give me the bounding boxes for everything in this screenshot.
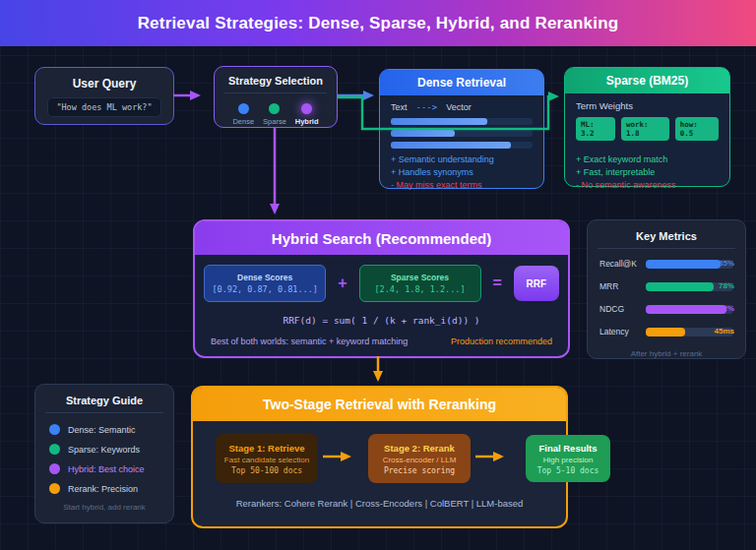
sparse-bm25-box: Sparse (BM25) Term Weights ML: 3.2work: …	[564, 67, 730, 187]
title-banner: Retrieval Strategies: Dense, Sparse, Hyb…	[0, 0, 756, 46]
guide-item-label: Sparse: Keywords	[68, 445, 140, 455]
dashed-arrow-icon: --->	[416, 102, 438, 112]
flow-from-label: Text	[391, 102, 408, 112]
metric-row-ndcg: NDCG92%	[599, 304, 733, 314]
hybrid-search-header: Hybrid Search (Recommended)	[195, 221, 568, 255]
strategy-selection-title: Strategy Selection	[215, 75, 337, 87]
strategy-option-hybrid: Hybrid	[295, 103, 319, 126]
guide-footer: Start hybrid, add rerank	[35, 503, 173, 512]
metric-label: Recall@K	[599, 259, 639, 269]
guide-item-label: Hybrid: Best choice	[68, 464, 145, 474]
sparse-scores-title: Sparse Scores	[391, 273, 449, 282]
term-weight-chip: ML: 3.2	[576, 117, 615, 141]
guide-item-label: Rerank: Precision	[68, 484, 138, 494]
term-weights-label: Term Weights	[576, 100, 719, 111]
guide-item: Rerank: Precision	[49, 483, 159, 494]
two-stage-header: Two-Stage Retrieval with Reranking	[193, 388, 566, 421]
vector-bar	[391, 130, 533, 137]
stage2-title: Stage 2: Rerank	[384, 443, 455, 454]
metric-bar-fill	[646, 282, 714, 291]
metric-label: MRR	[599, 281, 639, 291]
user-query-title: User Query	[35, 77, 173, 91]
legend-dot-icon	[49, 483, 60, 494]
dense-scores-box: Dense Scores [0.92, 0.87, 0.81...]	[204, 265, 326, 302]
metric-bar: 85%	[646, 260, 733, 269]
metric-label: Latency	[599, 327, 639, 336]
metric-value: 78%	[719, 281, 734, 290]
vector-bar-fill	[391, 142, 511, 149]
stage2-rerank-box: Stage 2: Rerank Cross-encoder / LLM Prec…	[368, 434, 471, 483]
term-weight-chip: work: 1.8	[621, 117, 669, 141]
stage2-line2: Precise scoring	[384, 466, 455, 475]
metric-rows: Recall@K85%MRR78%NDCG92%Latency45ms	[588, 255, 745, 336]
guide-item: Dense: Semantic	[49, 424, 159, 435]
hybrid-search-box: Hybrid Search (Recommended) Dense Scores…	[193, 219, 570, 358]
key-metrics-title: Key Metrics	[588, 230, 745, 242]
stage1-retrieve-box: Stage 1: Retrieve Fast candidate selecti…	[216, 434, 318, 483]
metric-value: 85%	[719, 259, 734, 268]
dense-retrieval-header: Dense Retrieval	[380, 70, 543, 95]
vector-bars	[391, 118, 533, 149]
strategy-guide-box: Strategy Guide Dense: SemanticSparse: Ke…	[34, 384, 174, 523]
term-weight-chip: how: 0.5	[675, 117, 719, 141]
rrf-formula: RRF(d) = sum( 1 / (k + rank_i(d)) )	[195, 315, 568, 326]
rrf-badge: RRF	[514, 266, 559, 301]
sparse-dot-icon	[269, 103, 280, 114]
divider	[45, 412, 163, 413]
point-con: - May miss exact terms	[391, 179, 533, 192]
user-query-text: "How does ML work?"	[47, 97, 161, 117]
sparse-pros-cons: + Exact keyword match+ Fast, interpretab…	[576, 153, 719, 192]
strategy-option-sparse: Sparse	[263, 103, 286, 126]
dense-scores-title: Dense Scores	[237, 273, 292, 282]
sparse-scores-values: [2.4, 1.8, 1.2...]	[374, 284, 465, 294]
dense-dot-icon	[238, 103, 249, 114]
metric-bar: 78%	[646, 282, 733, 291]
hybrid-dot-icon	[301, 103, 312, 114]
metric-value: 45ms	[715, 327, 734, 336]
stage1-title: Stage 1: Retrieve	[228, 443, 304, 454]
flow-to-label: Vector	[446, 102, 472, 112]
hybrid-note: Best of both worlds: semantic + keyword …	[211, 336, 408, 346]
plus-operator: +	[338, 275, 346, 292]
key-metrics-box: Key Metrics Recall@K85%MRR78%NDCG92%Late…	[587, 219, 746, 359]
stage2-line1: Cross-encoder / LLM	[383, 456, 457, 464]
guide-item-label: Dense: Semantic	[68, 425, 136, 435]
stage1-line2: Top 50-100 docs	[231, 466, 302, 475]
dense-scores-values: [0.92, 0.87, 0.81...]	[212, 284, 317, 294]
point-pro: + Exact keyword match	[576, 153, 719, 166]
strategy-option-label: Sparse	[263, 117, 286, 126]
score-fusion-row: Dense Scores [0.92, 0.87, 0.81...] + Spa…	[195, 265, 568, 302]
vector-bar	[391, 142, 533, 149]
guide-items: Dense: SemanticSparse: KeywordsHybrid: B…	[35, 419, 173, 494]
metric-label: NDCG	[599, 304, 639, 314]
page-title: Retrieval Strategies: Dense, Sparse, Hyb…	[138, 14, 619, 33]
strategy-selection-box: Strategy Selection DenseSparseHybrid	[214, 66, 338, 128]
final-results-title: Final Results	[538, 443, 597, 454]
production-recommended-badge: Production recommended	[451, 336, 552, 346]
legend-dot-icon	[49, 424, 60, 435]
final-results-box: Final Results High precision Top 5-10 do…	[526, 435, 610, 482]
hybrid-footer: Best of both worlds: semantic + keyword …	[195, 336, 568, 346]
metric-row-latency: Latency45ms	[599, 327, 733, 336]
text-to-vector-row: Text ---> Vector	[391, 102, 533, 112]
vector-bar-fill	[391, 130, 455, 137]
two-stage-box: Two-Stage Retrieval with Reranking Stage…	[191, 386, 568, 528]
strategy-options: DenseSparseHybrid	[215, 99, 337, 126]
metric-value: 92%	[719, 304, 734, 313]
final-results-line2: Top 5-10 docs	[537, 466, 599, 475]
strategy-option-dense: Dense	[232, 103, 254, 126]
metrics-footer: After hybrid + rerank	[588, 349, 745, 358]
metric-bar: 92%	[646, 305, 733, 314]
rerankers-footer: Rerankers: Cohere Rerank | Cross-Encoder…	[193, 498, 566, 509]
point-pro: + Fast, interpretable	[576, 166, 719, 179]
dense-retrieval-box: Dense Retrieval Text ---> Vector + Seman…	[379, 69, 544, 189]
point-con: - No semantic awareness	[576, 179, 719, 192]
user-query-box: User Query "How does ML work?"	[34, 67, 174, 125]
guide-item: Hybrid: Best choice	[49, 463, 159, 474]
metric-bar-fill	[646, 328, 685, 336]
legend-dot-icon	[49, 463, 60, 474]
metric-row-mrr: MRR78%	[599, 281, 733, 291]
strategy-guide-title: Strategy Guide	[35, 395, 173, 406]
metric-bar-fill	[646, 305, 726, 314]
legend-dot-icon	[49, 444, 60, 455]
